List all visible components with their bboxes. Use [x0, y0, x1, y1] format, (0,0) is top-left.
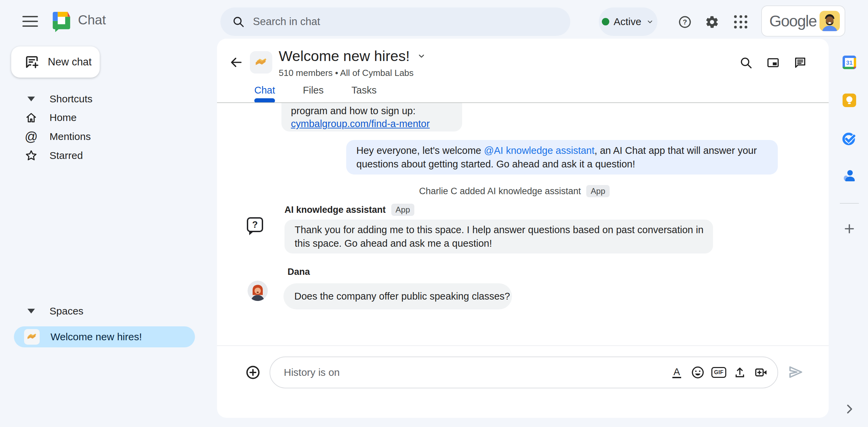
- sidebar-item-label: Mentions: [50, 131, 91, 142]
- new-chat-button[interactable]: New chat: [11, 46, 100, 78]
- assistant-avatar: ?: [247, 217, 263, 232]
- tab-files[interactable]: Files: [303, 85, 323, 96]
- message-text: Thank you for adding me to this space. I…: [295, 224, 704, 235]
- new-chat-icon: [24, 54, 40, 70]
- google-calendar-icon: 31: [841, 54, 857, 70]
- message-input[interactable]: [284, 367, 670, 378]
- app-mention-link[interactable]: @AI knowledge assistant: [484, 145, 594, 156]
- format-text-button[interactable]: A: [670, 365, 684, 380]
- tab-tasks[interactable]: Tasks: [352, 85, 377, 96]
- message-composer[interactable]: A GIF: [270, 357, 778, 388]
- plus-icon: [843, 222, 856, 236]
- active-status-dot: [602, 18, 609, 25]
- collapse-panel-button[interactable]: [843, 403, 856, 415]
- left-sidebar: New chat Shortcuts Home @ Mentions S: [0, 43, 217, 427]
- emoji-button[interactable]: [691, 365, 705, 380]
- google-tasks-icon: [841, 130, 857, 146]
- sender-row-dana: Dana: [288, 267, 310, 277]
- composer-toolbar: A GIF: [670, 365, 768, 380]
- message-bubble-assistant: Thank you for adding me to this space. I…: [284, 220, 713, 253]
- sidebar-item-starred[interactable]: Starred: [0, 146, 210, 165]
- settings-button[interactable]: [704, 14, 720, 30]
- status-selector[interactable]: Active: [599, 7, 657, 36]
- back-arrow-icon: [229, 55, 243, 70]
- collapse-triangle-icon: [27, 309, 35, 313]
- tab-chat[interactable]: Chat: [254, 85, 275, 96]
- sidebar-item-mentions[interactable]: @ Mentions: [0, 127, 210, 146]
- tasks-panel-button[interactable]: [841, 130, 857, 146]
- search-icon: [739, 56, 753, 69]
- main-menu-icon[interactable]: [22, 15, 39, 28]
- sender-name: Dana: [288, 267, 310, 277]
- sidebar-item-label: Starred: [50, 150, 83, 161]
- sidebar-space-welcome-new-hires[interactable]: Welcome new hires!: [14, 326, 195, 347]
- composer-divider: [217, 345, 829, 346]
- app-badge: App: [586, 185, 610, 197]
- user-avatar[interactable]: [820, 11, 840, 31]
- upload-file-button[interactable]: [733, 365, 747, 380]
- google-contacts-icon: [841, 167, 857, 183]
- spaces-section-header[interactable]: Spaces: [0, 302, 210, 321]
- help-icon: ?: [678, 15, 692, 29]
- shortcuts-section-header[interactable]: Shortcuts: [0, 89, 210, 108]
- search-icon: [232, 15, 245, 28]
- collapse-triangle-icon: [27, 97, 35, 101]
- message-text: questions about getting started. Go ahea…: [356, 159, 635, 169]
- app-badge: App: [391, 204, 415, 216]
- dana-avatar: [248, 281, 268, 301]
- handshake-emoji: [26, 331, 38, 343]
- space-tabs: Chat Files Tasks: [254, 85, 377, 96]
- gif-icon: GIF: [711, 367, 726, 378]
- google-keep-icon: [841, 92, 857, 108]
- system-event-message: Charlie C added AI knowledge assistant A…: [419, 185, 610, 197]
- gear-icon: [705, 15, 719, 29]
- search-in-space-button[interactable]: [738, 55, 754, 70]
- chat-bubble-icon: [793, 56, 807, 69]
- chevron-right-icon: [843, 403, 856, 415]
- search-bar[interactable]: [220, 7, 570, 36]
- keep-panel-button[interactable]: [841, 92, 857, 108]
- get-add-ons-button[interactable]: [843, 222, 856, 236]
- upload-icon: [733, 366, 747, 379]
- chevron-down-icon: [646, 17, 654, 26]
- shortcuts-label: Shortcuts: [50, 93, 93, 105]
- pop-out-chat-button[interactable]: [765, 55, 781, 70]
- calendar-panel-button[interactable]: 31: [841, 54, 857, 70]
- message-text: , an AI Chat app that will answer your: [594, 145, 757, 156]
- message-link[interactable]: cymbalgroup.com/find-a-mentor: [291, 118, 430, 129]
- space-subtitle: 510 members • All of Cymbal Labs: [279, 68, 414, 78]
- video-camera-plus-icon: [754, 366, 768, 379]
- add-attachment-button[interactable]: [245, 365, 260, 380]
- space-header-avatar: [250, 51, 272, 74]
- star-icon: [24, 149, 38, 162]
- help-button[interactable]: ?: [677, 14, 693, 30]
- svg-text:?: ?: [683, 18, 687, 26]
- sidebar-item-home[interactable]: Home: [0, 108, 210, 127]
- new-chat-label: New chat: [48, 56, 92, 68]
- send-message-button[interactable]: [787, 363, 804, 381]
- space-title-menu[interactable]: Welcome new hires!: [279, 46, 427, 66]
- spaces-label: Spaces: [50, 305, 83, 317]
- message-bubble-welcome: Hey everyone, let's welcome @AI knowledg…: [346, 140, 778, 175]
- top-bar: Chat Active ?: [0, 0, 868, 43]
- system-event-text: Charlie C added AI knowledge assistant: [419, 186, 581, 197]
- home-icon: [24, 111, 38, 124]
- plus-circle-icon: [245, 365, 260, 380]
- search-input[interactable]: [253, 16, 564, 28]
- account-chip[interactable]: Google: [761, 5, 845, 37]
- back-button[interactable]: [228, 54, 244, 70]
- format-icon: A: [672, 367, 681, 378]
- google-apps-button[interactable]: [733, 14, 749, 30]
- message-text: this space. Go ahead and ask me a questi…: [295, 238, 492, 249]
- picture-in-picture-icon: [766, 56, 780, 69]
- contacts-panel-button[interactable]: [841, 167, 857, 183]
- at-icon: @: [25, 130, 38, 143]
- question-mark-glyph: ?: [252, 220, 258, 230]
- video-meeting-button[interactable]: [754, 365, 768, 380]
- send-icon: [787, 364, 804, 380]
- message-text: Does the company offer public speaking c…: [294, 291, 510, 302]
- svg-text:31: 31: [846, 60, 853, 66]
- threads-button[interactable]: [792, 55, 808, 70]
- handshake-emoji: [254, 55, 268, 69]
- gif-button[interactable]: GIF: [712, 365, 726, 380]
